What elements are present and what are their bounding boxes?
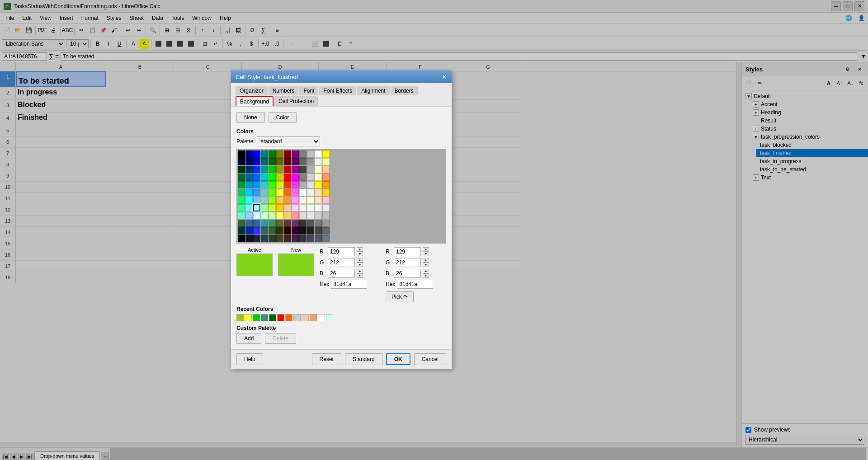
color-cell[interactable] [299,220,307,227]
cancel-btn[interactable]: Cancel [414,353,446,365]
color-cell[interactable] [307,220,314,227]
color-cell[interactable] [245,227,253,235]
color-cell[interactable] [238,181,245,188]
color-cell[interactable] [307,212,314,219]
color-cell[interactable] [238,204,245,211]
color-cell[interactable] [253,235,260,242]
recent-color-5[interactable] [269,314,276,321]
color-cell[interactable] [245,220,253,227]
color-cell[interactable] [315,227,322,235]
color-cell[interactable] [261,197,268,204]
color-cell[interactable] [299,158,307,165]
color-cell[interactable] [253,158,260,165]
new-r-input[interactable] [394,247,421,256]
color-cell[interactable] [269,174,276,181]
color-cell[interactable] [315,181,322,188]
color-cell[interactable] [245,212,253,219]
tab-numbers[interactable]: Numbers [269,86,299,95]
recent-color-3[interactable] [253,314,260,321]
color-cell[interactable] [307,204,314,211]
new-g-up[interactable]: ▲ [423,258,429,263]
b-down[interactable]: ▼ [357,273,363,278]
color-cell[interactable] [292,150,299,158]
color-cell[interactable] [322,235,330,242]
recent-color-4[interactable] [261,314,268,321]
tab-alignment[interactable]: Alignment [357,86,389,95]
color-cell[interactable] [322,174,330,181]
color-cell[interactable] [261,227,268,235]
color-cell[interactable] [253,227,260,235]
color-cell[interactable] [322,166,330,173]
color-cell[interactable] [292,189,299,196]
color-cell[interactable] [284,212,291,219]
tab-borders[interactable]: Borders [391,86,418,95]
color-cell[interactable] [299,166,307,173]
color-cell[interactable] [253,174,260,181]
add-palette-btn[interactable]: Add [236,333,261,344]
color-cell[interactable] [307,189,314,196]
tab-font-effects[interactable]: Font Effects [319,86,356,95]
color-cell[interactable] [276,166,283,173]
new-hex-input[interactable] [397,280,433,289]
g-input[interactable] [328,258,355,267]
color-cell[interactable] [315,174,322,181]
r-down[interactable]: ▼ [357,252,363,256]
color-cell[interactable] [261,181,268,188]
color-cell[interactable] [253,189,260,196]
color-cell[interactable] [245,174,253,181]
color-cell[interactable] [269,158,276,165]
color-cell[interactable] [292,227,299,235]
color-cell[interactable] [269,235,276,242]
color-cell[interactable] [276,212,283,219]
color-cell[interactable] [245,189,253,196]
color-cell[interactable] [238,166,245,173]
color-cell[interactable] [245,150,253,158]
color-cell[interactable] [292,220,299,227]
color-cell[interactable] [253,220,260,227]
b-up[interactable]: ▲ [357,269,363,273]
recent-color-1[interactable] [236,314,244,321]
color-cell[interactable] [238,212,245,219]
color-cell[interactable] [322,158,330,165]
color-cell[interactable] [284,150,291,158]
color-cell[interactable] [322,189,330,196]
color-cell[interactable] [276,174,283,181]
color-cell[interactable] [284,174,291,181]
color-cell[interactable] [253,197,260,204]
color-cell[interactable] [245,181,253,188]
color-cell[interactable] [276,204,283,211]
color-cell[interactable] [261,204,268,211]
color-cell[interactable] [315,158,322,165]
color-cell[interactable] [322,181,330,188]
color-cell[interactable] [284,220,291,227]
color-cell[interactable] [307,197,314,204]
color-cell[interactable] [253,212,260,219]
help-btn[interactable]: Help [236,353,263,365]
color-cell[interactable] [261,235,268,242]
color-cell[interactable] [299,204,307,211]
color-cell[interactable] [261,150,268,158]
r-up[interactable]: ▲ [357,247,363,252]
color-cell[interactable] [238,158,245,165]
color-cell[interactable] [269,181,276,188]
color-cell[interactable] [315,197,322,204]
color-cell[interactable] [292,212,299,219]
color-cell[interactable] [299,150,307,158]
recent-color-7[interactable] [285,314,292,321]
color-cell[interactable] [269,197,276,204]
recent-color-2[interactable] [245,314,252,321]
color-cell[interactable] [322,197,330,204]
color-cell[interactable] [307,227,314,235]
tab-background[interactable]: Background [236,96,274,106]
new-r-down[interactable]: ▼ [423,252,429,256]
ok-btn[interactable]: OK [386,353,410,365]
pick-button[interactable]: Pick ⟳ [386,291,414,302]
color-cell[interactable] [315,235,322,242]
tab-font[interactable]: Font [299,86,318,95]
color-cell[interactable] [238,197,245,204]
color-cell[interactable] [276,197,283,204]
color-cell[interactable] [276,227,283,235]
none-btn[interactable]: None [236,112,265,123]
color-cell[interactable] [322,212,330,219]
color-cell[interactable] [269,227,276,235]
